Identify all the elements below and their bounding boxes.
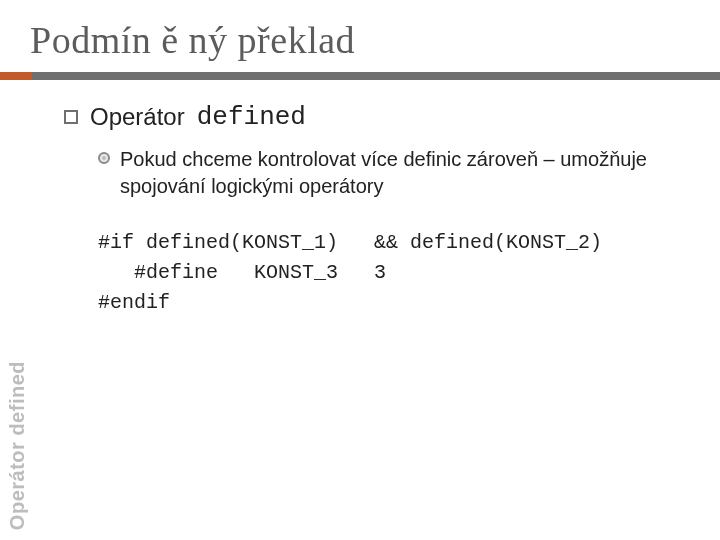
circle-bullet-icon <box>98 152 110 164</box>
divider <box>0 72 720 80</box>
heading-text: Operátor <box>90 103 185 131</box>
code-line-2c: 3 <box>374 261 386 284</box>
section-heading: Operátor defined <box>64 102 690 132</box>
heading-code: defined <box>197 102 306 132</box>
sub-bullet-row: Pokud chceme kontrolovat více definic zá… <box>64 132 690 200</box>
page-title: Podmín ě ný překlad <box>0 0 720 72</box>
code-line-1a: #if defined(KONST_1) <box>98 231 338 254</box>
code-block: #if defined(KONST_1) && defined(KONST_2)… <box>64 200 690 318</box>
code-line-3: #endif <box>98 291 170 314</box>
code-line-2b: KONST_3 <box>254 261 338 284</box>
content-area: Operátor defined Pokud chceme kontrolova… <box>0 80 720 318</box>
square-bullet-icon <box>64 110 78 124</box>
sidebar-label: Operátor defined <box>6 361 29 530</box>
code-line-2a: #define <box>134 261 218 284</box>
code-line-1b: && defined(KONST_2) <box>374 231 602 254</box>
divider-accent <box>0 72 32 80</box>
sub-bullet-text: Pokud chceme kontrolovat více definic zá… <box>120 146 690 200</box>
divider-rest <box>32 72 720 80</box>
